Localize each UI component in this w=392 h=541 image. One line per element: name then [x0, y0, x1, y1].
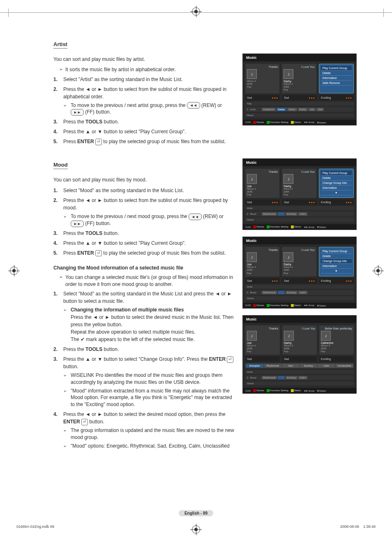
- panel-title: Music: [243, 159, 356, 166]
- change-step-3-note1: WISELINK Pro identifies the mood of the …: [63, 372, 234, 386]
- sort-bar-genre: Genre: [245, 296, 354, 300]
- sort-bar-mood: ≡ Mood Rhythmical Exciting Calm: [245, 211, 354, 216]
- music-card: I Love You Darby Album 22005Pop: [282, 247, 316, 276]
- music-note-icon: [284, 69, 293, 79]
- note-arrow-icon: ➢: [59, 66, 63, 72]
- mood-tag: Sad●●●: [245, 278, 280, 283]
- screenshot-mood-1: Music Thanks Joe Album 12005Pop I Love Y…: [242, 158, 357, 230]
- footer-timestamp: 2008-08-06 1:38:48: [340, 525, 376, 529]
- ff-button-icon: ►►: [71, 109, 84, 116]
- mood-tag: Exciting●●●: [319, 200, 354, 205]
- artist-step-5: Press ENTER ⏎ to play the selected group…: [53, 138, 234, 145]
- music-note-icon: [247, 69, 257, 79]
- mood-intro: You can sort and play music files by moo…: [53, 176, 234, 183]
- artist-step-1: Select "Artist" as the sorting standard …: [53, 76, 234, 83]
- tools-label: TOOLS: [85, 119, 102, 125]
- sort-bar-title: Title: [245, 102, 354, 106]
- music-note-icon: [247, 252, 257, 262]
- mood-tag: Exciting: [319, 356, 354, 362]
- enter-icon: ⏎: [95, 250, 102, 257]
- rew-button-icon: ◄◄: [187, 102, 200, 109]
- change-step-3-note2: "Mood" information extracted from a musi…: [63, 388, 234, 408]
- music-note-icon: [284, 174, 293, 184]
- music-card: Thanks Album 12005Pop: [245, 64, 279, 93]
- enter-icon: ⏎: [95, 139, 102, 145]
- menu-item: Information: [321, 186, 352, 190]
- mood-tag: Sad●●●: [282, 95, 317, 100]
- artist-note-text: It sorts the music file by artist in alp…: [65, 66, 176, 73]
- registration-mark-icon: [192, 7, 200, 16]
- status-bar: SUM Device Favorites Setting Select ◄►Ju…: [243, 224, 356, 230]
- enter-label: ENTER: [63, 419, 80, 425]
- sort-bar-mood: Mood: [245, 113, 354, 117]
- mood-step-2-note: To move to the previous / next mood grou…: [63, 213, 234, 227]
- mood-step-4: Press the ▲ or ▼ button to select "Play …: [53, 239, 234, 247]
- tools-label: TOOLS: [85, 346, 102, 352]
- enter-label: ENTER: [77, 139, 94, 144]
- mood-tag: Sad: [245, 356, 280, 362]
- artist-intro: You can sort and play music files by art…: [53, 56, 234, 63]
- status-bar: SUM Device Favorites Setting Select ◄►Ju…: [243, 120, 356, 125]
- menu-item: Change Group Info: [321, 181, 352, 186]
- sort-icon: ≡: [247, 108, 249, 111]
- change-step-3: Press the ▲ or ▼ button to select "Chang…: [53, 355, 234, 408]
- status-bar: SUM Device Favorites Setting Select ◄►Ju…: [243, 388, 356, 393]
- footer-filename: 01689A-01Eng.indb 89: [16, 525, 54, 529]
- context-menu: Play Current Group Delete Information Sa…: [319, 64, 354, 93]
- music-card: I Love You Darby Album 22005Pop: [282, 325, 317, 355]
- mood-step-1: Select "Mood" as the sorting standard in…: [53, 187, 234, 194]
- menu-item: Play Current Group: [321, 66, 352, 71]
- change-step-1-sub: Changing the information of multiple mus…: [63, 306, 234, 343]
- sort-icon: ≡: [247, 376, 249, 379]
- music-card: I Love You Darby Album 22005Pop: [282, 169, 316, 198]
- section-title-mood: Mood: [53, 162, 68, 169]
- panel-title: Music: [243, 237, 356, 244]
- status-bar: SUM Device Favorites Setting Select ◄►Ju…: [243, 303, 356, 308]
- note-arrow-icon: ➢: [59, 274, 63, 280]
- panel-title: Music: [243, 54, 356, 61]
- music-note-icon: [284, 252, 293, 262]
- sort-bar-genre: Genre: [245, 381, 354, 385]
- section-title-artist: Artist: [53, 41, 67, 49]
- menu-item: Delete: [321, 71, 352, 76]
- menu-item: Information: [321, 264, 352, 269]
- menu-item: Information: [321, 76, 352, 81]
- artist-step-3: Press the TOOLS button.: [53, 118, 234, 125]
- page-number: English - 89: [179, 510, 213, 516]
- menu-item: Safe Remove: [321, 81, 352, 86]
- mood-tag: Sad●●●: [282, 278, 317, 283]
- music-note-icon: [284, 331, 294, 341]
- music-card: Better than yesterday Catherine Album 32…: [319, 325, 354, 355]
- menu-item: Change Group Info: [321, 259, 352, 264]
- screenshot-artist: Music Thanks Album 12005Pop I Love You D…: [242, 53, 357, 125]
- sort-bar-mood: ≡ Mood Rhythmical Exciting Calm: [245, 290, 354, 295]
- change-step-4-note2: "Mood" options: Energetic, Rhythmical, S…: [63, 443, 234, 450]
- change-step-4-note1: The group information is updated and the…: [63, 427, 234, 441]
- mood-step-5: Press ENTER ⏎ to play the selected group…: [53, 249, 234, 257]
- mood-tag: Exciting●●●: [319, 278, 354, 283]
- artist-step-2: Press the ◄ or ► button to select from t…: [53, 86, 234, 116]
- tools-label: TOOLS: [85, 230, 102, 236]
- music-note-icon: [247, 174, 257, 184]
- mood-tag: Exciting●●●: [319, 95, 354, 100]
- change-step-2: Press the TOOLS button.: [53, 346, 234, 353]
- sort-bar-artist: Artist: [245, 206, 354, 210]
- music-note-icon: [247, 331, 257, 341]
- registration-mark-icon: [10, 267, 18, 275]
- mood-step-3: Press the TOOLS button.: [53, 230, 234, 237]
- enter-label: ENTER: [209, 356, 226, 362]
- menu-item: Delete: [321, 254, 352, 259]
- sort-bar-genre: Genre: [245, 218, 354, 222]
- mood-tag: Sad●●●: [282, 200, 317, 205]
- sort-bar-artist: Artist: [245, 285, 354, 289]
- context-menu: Play Current Group Delete Change Group I…: [319, 169, 354, 198]
- screenshot-mood-3: Music Thanks Joe Album 12005Pop I Love Y…: [242, 315, 357, 394]
- registration-mark-icon: [374, 267, 382, 275]
- sort-icon: ≡: [247, 291, 249, 294]
- sort-bar-mood: ≡ Mood Rhythmical Exciting Calm: [245, 375, 354, 380]
- artist-note: ➢ It sorts the music file by artist in a…: [59, 66, 234, 73]
- artist-step-4: Press the ▲ or ▼ button to select "Play …: [53, 128, 234, 135]
- ff-button-icon: ►►: [71, 221, 84, 227]
- screenshot-mood-2: Music Thanks Joe Album 12005Pop I Love Y…: [242, 237, 357, 309]
- music-card: Thanks Joe Album 12005Pop: [245, 325, 280, 355]
